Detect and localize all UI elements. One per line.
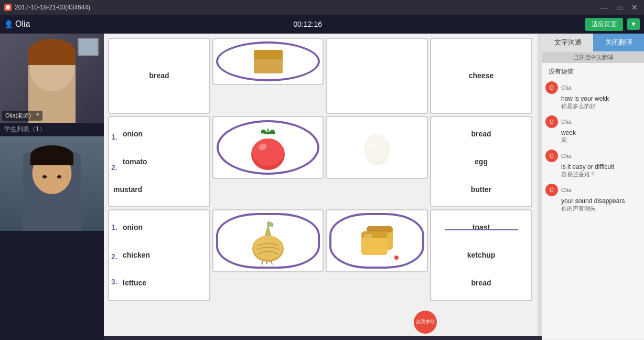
image-card-egg <box>326 116 428 179</box>
bottom-toolbar: 🔊 ✏ T ◇ <box>104 336 542 340</box>
close-translate-btn[interactable]: 关闭翻译 <box>593 34 644 51</box>
content-area: bread cheese <box>104 34 542 340</box>
chat-message-system: 没有烦恼 <box>545 66 641 76</box>
student-list-label: 学生列表（1） <box>0 123 104 136</box>
svg-point-8 <box>253 236 283 260</box>
svg-point-5 <box>366 134 389 163</box>
avatar-1: O <box>545 81 558 94</box>
word-list-2: 1. onion 2. tomato mustard <box>108 116 210 208</box>
chat-messages: 没有烦恼 O Olia how is your wekk 你是多么的好 O Ol… <box>542 63 644 339</box>
app-icon <box>4 4 12 11</box>
word-card-tomato: tomato <box>113 157 205 166</box>
svg-point-14 <box>394 256 399 260</box>
image-card-onion <box>212 209 324 272</box>
help-button[interactable]: 点我求助 <box>414 311 437 334</box>
avatar-4: O <box>545 184 558 196</box>
chat-panel: 文字沟通 关闭翻译 已开启中文翻译 没有烦恼 O Olia how is you… <box>542 34 644 340</box>
image-card-bread <box>212 38 324 85</box>
image-card-toast <box>326 209 428 272</box>
maximize-btn[interactable]: ▭ <box>614 3 625 12</box>
word-card-bread-1: bread <box>108 38 210 114</box>
word-card-onion-2: onion <box>113 223 205 231</box>
word-list-3: 1. onion 2. chicken 3. lettuce <box>108 209 210 301</box>
word-list-2-right: bread egg butter <box>430 116 532 208</box>
scrollbar[interactable] <box>538 34 542 336</box>
chat-title-btn[interactable]: 文字沟通 <box>542 34 593 51</box>
title-bar: 2017-10-18-21-00(434644) — ▭ ✕ <box>0 0 644 15</box>
word-list-3-right: toast ketchup bread <box>430 209 532 301</box>
word-card-lettuce: lettuce <box>113 279 205 287</box>
title-text: 2017-10-18-21-00(434644) <box>15 4 90 11</box>
teacher-label: Olia(老师) 🎤 <box>2 111 42 121</box>
word-card-ketchup: ketchup <box>435 251 527 259</box>
user-label: 👤 Olia <box>4 19 30 29</box>
svg-point-2 <box>252 139 284 166</box>
translate-status: 已开启中文翻译 <box>542 52 644 63</box>
chat-message-1: O Olia how is your wekk 你是多么的好 <box>545 81 641 110</box>
avatar-2: O <box>545 115 558 128</box>
word-card-chicken: chicken <box>113 251 205 259</box>
word-card-butter: butter <box>435 185 527 194</box>
teacher-video: Olia(老师) 🎤 <box>0 34 104 123</box>
word-card-mustard: mustard <box>113 185 205 194</box>
main-layout: Olia(老师) 🎤 学生列表（1） <box>0 34 644 340</box>
empty-cell-1 <box>326 38 428 114</box>
flashcard-area: bread cheese <box>104 34 542 336</box>
fit-dropdown-button[interactable]: ▼ <box>627 18 640 30</box>
chat-message-2: O Olia week 周 <box>545 115 641 144</box>
word-card-egg: egg <box>435 157 527 166</box>
word-card-bread-3: bread <box>435 279 527 287</box>
mic-icon: 🎤 <box>33 113 39 119</box>
timer-display: 00:12:16 <box>294 20 323 28</box>
word-card-onion-1: onion <box>113 130 205 138</box>
student-video <box>0 136 104 231</box>
chat-header: 文字沟通 关闭翻译 <box>542 34 644 52</box>
window-controls[interactable]: — ▭ ✕ <box>598 3 640 12</box>
left-panel: Olia(老师) 🎤 学生列表（1） <box>0 34 104 340</box>
chat-message-3: O Olia is it easy or difficult 容易还是难？ <box>545 150 641 178</box>
avatar-3: O <box>545 150 558 162</box>
chat-message-4: O Olia your sound disappears 你的声音消失 <box>545 184 641 212</box>
close-btn[interactable]: ✕ <box>629 3 640 12</box>
word-card-toast: toast <box>435 223 527 231</box>
svg-rect-13 <box>364 234 372 238</box>
fit-width-button[interactable]: 适应页宽 <box>585 18 623 31</box>
image-card-tomato <box>212 116 324 179</box>
minimize-btn[interactable]: — <box>598 3 610 12</box>
word-card-cheese: cheese <box>430 38 532 114</box>
word-card-bread-2: bread <box>435 130 527 138</box>
svg-point-0 <box>6 5 10 9</box>
